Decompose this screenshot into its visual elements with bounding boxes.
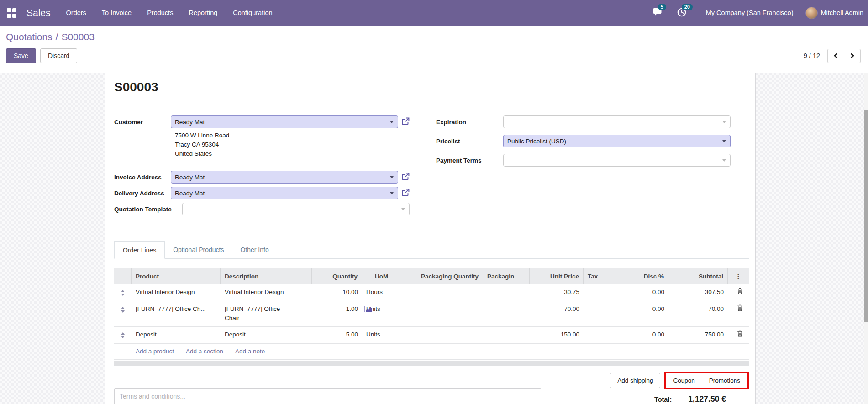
delete-row-button[interactable] — [734, 288, 743, 296]
cell-unit-price[interactable]: 150.00 — [530, 330, 584, 340]
content-area: S00003 Customer Ready Mat — [0, 73, 868, 404]
pricelist-input[interactable]: Public Pricelist (USD) — [503, 135, 731, 147]
cell-uom[interactable]: Units — [362, 330, 410, 340]
chevron-down-icon[interactable] — [390, 176, 394, 178]
drag-handle[interactable] — [114, 304, 132, 323]
cell-packaging[interactable] — [483, 304, 530, 323]
column-quantity[interactable]: Quantity — [312, 268, 362, 284]
menu-reporting[interactable]: Reporting — [189, 9, 217, 16]
save-button[interactable]: Save — [6, 48, 36, 63]
terms-and-conditions-input[interactable] — [114, 388, 541, 404]
cell-discount[interactable]: 0.00 — [617, 330, 668, 340]
delivery-address-input[interactable]: Ready Mat — [171, 187, 398, 199]
payment-terms-input[interactable] — [503, 154, 731, 167]
cell-uom[interactable]: Units — [362, 304, 410, 323]
delete-row-button[interactable] — [734, 304, 743, 313]
cell-unit-price[interactable]: 70.00 — [530, 304, 584, 323]
promotions-button[interactable]: Promotions — [702, 373, 747, 388]
invoice-address-input[interactable]: Ready Mat — [171, 171, 398, 184]
menu-configuration[interactable]: Configuration — [233, 9, 272, 16]
activities-button[interactable]: 20 — [676, 7, 688, 18]
cell-subtotal[interactable]: 307.50 — [668, 288, 728, 297]
user-menu[interactable]: Mitchell Admin — [805, 7, 863, 19]
optional-columns-button[interactable]: ⋮ — [728, 268, 749, 284]
delete-row-button[interactable] — [734, 330, 743, 338]
add-a-product-link[interactable]: Add a product — [136, 348, 174, 355]
cell-packaging[interactable] — [483, 330, 530, 340]
add-a-section-link[interactable]: Add a section — [186, 348, 223, 355]
add-shipping-button[interactable]: Add shipping — [610, 373, 660, 388]
column-taxes[interactable]: Tax... — [584, 268, 617, 284]
column-packaging[interactable]: Packagin... — [483, 268, 530, 284]
messages-button[interactable]: 5 — [652, 7, 664, 18]
expiration-input[interactable] — [503, 115, 731, 128]
breadcrumb-separator: / — [56, 31, 58, 42]
chevron-down-icon[interactable] — [722, 159, 726, 162]
customer-external-link-button[interactable] — [401, 117, 410, 127]
column-handle — [114, 268, 132, 284]
cell-packaging-quantity[interactable] — [410, 304, 483, 323]
cell-product[interactable]: Virtual Interior Design — [132, 288, 221, 297]
cell-description[interactable]: Deposit — [221, 330, 312, 340]
tab-order-lines[interactable]: Order Lines — [114, 241, 165, 259]
column-uom[interactable]: UoM — [362, 268, 410, 284]
column-packaging-quantity[interactable]: Packaging Quantity — [410, 268, 483, 284]
drag-handle[interactable] — [114, 288, 132, 297]
cell-subtotal[interactable]: 70.00 — [668, 304, 728, 323]
chevron-down-icon[interactable] — [390, 192, 394, 194]
discard-button[interactable]: Discard — [40, 48, 77, 63]
chevron-down-icon[interactable] — [722, 121, 726, 123]
menu-to-invoice[interactable]: To Invoice — [102, 9, 132, 16]
add-a-note-link[interactable]: Add a note — [235, 348, 265, 355]
cell-discount[interactable]: 0.00 — [617, 304, 668, 323]
cell-description[interactable]: Virtual Interior Design — [221, 288, 312, 297]
cell-quantity[interactable]: 5.00 — [312, 330, 362, 340]
column-description[interactable]: Description — [221, 268, 312, 284]
cell-taxes[interactable] — [584, 288, 617, 297]
drag-handle[interactable] — [114, 330, 132, 340]
customer-input[interactable]: Ready Mat — [171, 115, 398, 128]
apps-menu-button[interactable] — [0, 0, 23, 26]
delivery-address-external-link-button[interactable] — [401, 188, 410, 198]
column-product[interactable]: Product — [132, 268, 221, 284]
cell-uom[interactable]: Hours — [362, 288, 410, 297]
coupon-button[interactable]: Coupon — [666, 373, 702, 388]
user-avatar — [805, 7, 818, 19]
cell-subtotal[interactable]: 750.00 — [668, 330, 728, 340]
cell-packaging-quantity[interactable] — [410, 330, 483, 340]
cell-taxes[interactable] — [584, 304, 617, 323]
cell-product[interactable]: Deposit — [132, 330, 221, 340]
trash-icon — [737, 331, 743, 338]
quotation-template-input[interactable] — [182, 203, 410, 215]
chevron-down-icon[interactable] — [722, 140, 726, 142]
forecast-chart-icon[interactable] — [364, 306, 372, 315]
column-discount[interactable]: Disc.% — [617, 268, 668, 284]
cell-taxes[interactable] — [584, 330, 617, 340]
menu-orders[interactable]: Orders — [66, 9, 86, 16]
messages-badge: 5 — [658, 4, 666, 10]
app-name[interactable]: Sales — [26, 7, 51, 18]
chevron-down-icon[interactable] — [390, 121, 394, 123]
cell-discount[interactable]: 0.00 — [617, 288, 668, 297]
cell-packaging[interactable] — [483, 288, 530, 297]
horizontal-scrollbar[interactable] — [114, 361, 749, 366]
menu-products[interactable]: Products — [147, 9, 173, 16]
pager-previous-button[interactable] — [827, 49, 844, 63]
cell-description[interactable]: [FURN_7777] Office Chair — [221, 304, 312, 323]
tab-optional-products[interactable]: Optional Products — [165, 241, 232, 258]
chevron-down-icon[interactable] — [401, 208, 405, 210]
cell-unit-price[interactable]: 30.75 — [530, 288, 584, 297]
expiration-label: Expiration — [436, 115, 499, 128]
vertical-scrollbar-thumb[interactable] — [864, 110, 868, 322]
breadcrumb-quotations[interactable]: Quotations — [6, 31, 53, 42]
tab-other-info[interactable]: Other Info — [232, 241, 277, 258]
cell-quantity[interactable]: 1.00 — [312, 304, 362, 323]
cell-packaging-quantity[interactable] — [410, 288, 483, 297]
column-subtotal[interactable]: Subtotal — [668, 268, 728, 284]
pager-next-button[interactable] — [844, 49, 861, 63]
column-unit-price[interactable]: Unit Price — [530, 268, 584, 284]
cell-quantity[interactable]: 10.00 — [312, 288, 362, 297]
cell-product[interactable]: [FURN_7777] Office Ch... — [132, 304, 221, 323]
invoice-address-external-link-button[interactable] — [401, 172, 410, 182]
company-switcher[interactable]: My Company (San Francisco) — [706, 9, 794, 16]
